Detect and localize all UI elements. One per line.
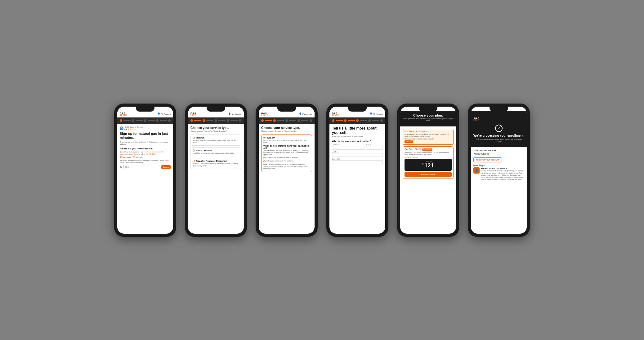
phone-1-notch [136, 107, 154, 112]
phone-4: GAS SOUTH 👤 My Account [326, 104, 388, 237]
first-name-input[interactable] [332, 146, 365, 150]
my-account-3[interactable]: 👤 My Account [299, 113, 312, 115]
mi-input[interactable] [366, 146, 383, 150]
my-account-1[interactable]: 👤 My Account [157, 113, 171, 115]
processing-header: GAS SOUTH ✓ We're processing your enroll… [471, 111, 527, 147]
transfer-radio-2[interactable] [193, 160, 195, 162]
turn-on-option-3[interactable]: Turn On My gas is currently off, or I ne… [261, 135, 312, 172]
step-5-3 [310, 119, 312, 122]
turn-on-note: Note: For most appointments, an AGL tech… [263, 164, 310, 170]
next-steps-info: Register Your Account Online Manage your… [481, 167, 524, 181]
step-dot-4 [156, 119, 159, 122]
line-3-4 [360, 120, 367, 121]
prefer-select-row[interactable]: Select your preferred service start date… [263, 160, 310, 162]
user-icon-2: 👤 [228, 113, 231, 115]
prefer-asap-radio[interactable] [263, 157, 266, 159]
phone-1-content: G 43,800 Customer Reviews 4.7 ★★★★★ Sign… [117, 124, 173, 234]
choose-service-subtitle-3: Choose between "Turn on" or "Switch Prov… [261, 130, 312, 132]
line-3 [218, 120, 226, 121]
step-line-3 [148, 120, 155, 121]
step-3-4 [356, 119, 359, 122]
account-number-label: Your Account Number [473, 149, 524, 152]
step-dot-3 [144, 119, 146, 122]
choose-service-title-3: Choose your service type. [261, 126, 312, 130]
residential-radio[interactable] [120, 156, 122, 158]
prefer-select-radio[interactable] [263, 160, 266, 162]
about-you-title: Tell us a little more about yourself. [332, 126, 383, 135]
transfer-option-2[interactable]: Transfer, Renew or Reconnect I'm a Gas S… [190, 158, 241, 169]
step-dot-2 [132, 119, 134, 122]
line-2-4 [348, 120, 355, 121]
suite-input[interactable] [332, 160, 383, 164]
my-account-4[interactable]: 👤 My Account [369, 113, 383, 115]
line-1 [194, 120, 201, 121]
phone-1-inner: GAS SOUTH 👤 My Account [117, 107, 173, 234]
phone-5-notch [419, 107, 437, 112]
service-territory-note: We service residential customers through… [120, 160, 171, 164]
business-option[interactable]: Business [133, 156, 142, 158]
logo-south-4: SOUTH [332, 114, 339, 116]
step-1 [190, 119, 193, 122]
phone-4-notch [348, 107, 367, 112]
phone-6-inner: GAS SOUTH ✓ We're processing your enroll… [471, 107, 527, 234]
step-2-4 [344, 119, 347, 122]
register-account-button[interactable]: REGISTER YOUR ACCOUNT [473, 157, 502, 162]
switch-radio-2[interactable] [193, 149, 195, 152]
step-4-4 [368, 119, 371, 122]
google-review: G 43,800 Customer Reviews 4.7 ★★★★★ [120, 126, 171, 130]
gas-south-logo-1: GAS SOUTH [120, 112, 127, 116]
next-steps-desc: Register Your Account Online [481, 167, 524, 169]
phone-link[interactable]: 866-762-6427 [145, 153, 155, 155]
zip-label: Zip [120, 166, 122, 168]
google-icon: G [120, 126, 123, 130]
phone-1: GAS SOUTH 👤 My Account [114, 104, 176, 237]
progress-steps-3 [261, 119, 312, 122]
prefer-asap-row[interactable]: I'd like the first available (as soon as… [263, 157, 310, 159]
phone-6: GAS SOUTH ✓ We're processing your enroll… [468, 104, 530, 237]
search-button[interactable]: Search [161, 165, 171, 169]
phone-3-notch [277, 107, 296, 112]
price-display: $ 121 [406, 162, 450, 169]
last-name-input[interactable] [332, 153, 383, 157]
choose-service-subtitle-2: Choose between "Turn on" or "Switch Prov… [190, 130, 241, 132]
residential-option[interactable]: Residential [120, 156, 131, 158]
step-2 [203, 119, 205, 122]
account-details-button[interactable]: Account Details [405, 172, 452, 177]
plan-name: OnePrice Plan® [405, 148, 421, 150]
transfer-header-2: Transfer, Renew or Reconnect [193, 160, 239, 162]
business-radio[interactable] [133, 156, 135, 158]
turn-on-radio-3[interactable] [263, 137, 266, 139]
signup-headline: Sign up for natural gas in just minutes. [120, 132, 171, 140]
step-line-4 [160, 120, 167, 121]
step-3 [215, 119, 217, 122]
check-circle: ✓ [495, 125, 503, 132]
switch-option-2[interactable]: Switch Provider I would like to change m… [190, 147, 241, 157]
progress-steps-2 [190, 119, 241, 122]
user-icon-1: 👤 [157, 113, 160, 115]
progress-bar-4 [329, 117, 385, 124]
logo-south-3: SOUTH [261, 114, 268, 116]
phone-2-notch [207, 107, 225, 112]
one-price-plan-card[interactable]: OnePrice Plan® Recommended Simplify your… [403, 146, 454, 179]
last-name-field: Last Name [332, 151, 383, 157]
turn-on-radio-2[interactable] [193, 137, 195, 139]
line-4-3 [301, 120, 308, 121]
plan-subtitle: You've got choices with us that are easy… [403, 118, 454, 121]
phone-5: Choose your plan. You've got choices wit… [397, 104, 459, 237]
recommended-badge: Recommended [422, 148, 432, 151]
promo-code: SAVE35 [405, 140, 413, 143]
transfer-link[interactable]: transfer, renew or seasonally reconnect … [120, 151, 163, 155]
phone-2-inner: GAS SOUTH 👤 My Account [188, 107, 244, 234]
logo-south-1: SOUTH [120, 114, 127, 116]
turn-on-option-2[interactable]: Turn On My gas is currently off, or I ne… [190, 135, 241, 146]
zip-input[interactable] [123, 165, 160, 169]
line-1-4 [336, 120, 343, 121]
phone-6-content: Your Account Number 7606851330 REGISTER … [471, 147, 527, 234]
my-account-2[interactable]: 👤 My Account [228, 113, 241, 115]
line-2 [206, 120, 213, 121]
line-4 [230, 120, 238, 121]
phone-3-content: Choose your service type. Choose between… [259, 124, 315, 234]
step-5-4 [380, 119, 383, 122]
residential-business-radio: Residential Business [120, 156, 171, 158]
processing-title: We're processing your enrollment. [473, 134, 524, 137]
